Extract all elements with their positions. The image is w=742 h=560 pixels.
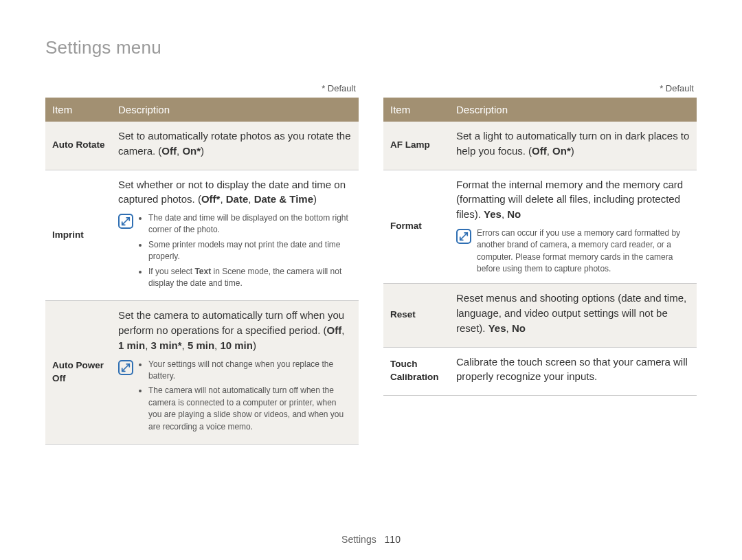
item-af-lamp: AF Lamp [383, 122, 449, 170]
table-row: Auto Power Off Set the camera to automat… [45, 301, 359, 445]
note-box: The date and time will be displayed on t… [118, 212, 352, 292]
item-auto-power-off: Auto Power Off [45, 301, 111, 445]
note-list: The date and time will be displayed on t… [139, 212, 352, 292]
item-imprint: Imprint [45, 170, 111, 301]
desc-reset: Reset menus and shooting options (date a… [449, 284, 697, 347]
header-item: Item [383, 98, 449, 122]
note-icon [118, 214, 133, 229]
left-column: * Default Item Description Auto Rotate S… [45, 83, 359, 445]
desc-auto-rotate: Set to automatically rotate photos as yo… [111, 122, 359, 170]
footer-section: Settings [341, 534, 376, 545]
table-row: Auto Rotate Set to automatically rotate … [45, 122, 359, 170]
header-description: Description [111, 98, 359, 122]
item-format: Format [383, 170, 449, 284]
note-icon [456, 229, 471, 244]
item-touch-calibration: Touch Calibration [383, 347, 449, 396]
two-column-layout: * Default Item Description Auto Rotate S… [45, 83, 697, 445]
header-item: Item [45, 98, 111, 122]
note-item: Your settings will not change when you r… [148, 359, 352, 383]
header-description: Description [449, 98, 697, 122]
manual-page: Settings menu * Default Item Description… [0, 0, 742, 560]
footer-page-number: 110 [385, 534, 401, 545]
desc-format: Format the internal memory and the memor… [449, 170, 697, 284]
desc-af-lamp: Set a light to automatically turn on in … [449, 122, 697, 170]
table-row: Format Format the internal memory and th… [383, 170, 697, 284]
settings-table-left: Item Description Auto Rotate Set to auto… [45, 98, 359, 445]
desc-auto-power-off: Set the camera to automatically turn off… [111, 301, 359, 445]
page-footer: Settings 110 [0, 534, 742, 545]
right-column: * Default Item Description AF Lamp Set a… [383, 83, 697, 445]
note-box: Errors can occur if you use a memory car… [456, 227, 690, 276]
note-list: Your settings will not change when you r… [139, 359, 352, 436]
desc-imprint: Set whether or not to display the date a… [111, 170, 359, 301]
note-item: The camera will not automatically turn o… [148, 385, 352, 433]
note-item: If you select Text in Scene mode, the ca… [148, 266, 352, 290]
desc-text: Set the camera to automatically turn off… [118, 309, 344, 336]
desc-touch-calibration: Calibrate the touch screen so that your … [449, 347, 697, 396]
note-item: The date and time will be displayed on t… [148, 212, 352, 236]
table-row: Touch Calibration Calibrate the touch sc… [383, 347, 697, 396]
desc-text: Calibrate the touch screen so that your … [456, 356, 688, 383]
note-box: Your settings will not change when you r… [118, 359, 352, 436]
note-icon [118, 360, 133, 375]
desc-text: Set to automatically rotate photos as yo… [118, 130, 351, 157]
desc-text: Set a light to automatically turn on in … [456, 130, 689, 157]
item-reset: Reset [383, 284, 449, 347]
table-row: AF Lamp Set a light to automatically tur… [383, 122, 697, 170]
table-row: Reset Reset menus and shooting options (… [383, 284, 697, 347]
settings-table-right: Item Description AF Lamp Set a light to … [383, 98, 697, 396]
note-text: Errors can occur if you use a memory car… [477, 227, 690, 276]
item-auto-rotate: Auto Rotate [45, 122, 111, 170]
default-note-left: * Default [45, 83, 356, 93]
page-title: Settings menu [45, 37, 697, 58]
table-row: Imprint Set whether or not to display th… [45, 170, 359, 301]
note-item: Some printer models may not print the da… [148, 239, 352, 263]
default-note-right: * Default [383, 83, 694, 93]
